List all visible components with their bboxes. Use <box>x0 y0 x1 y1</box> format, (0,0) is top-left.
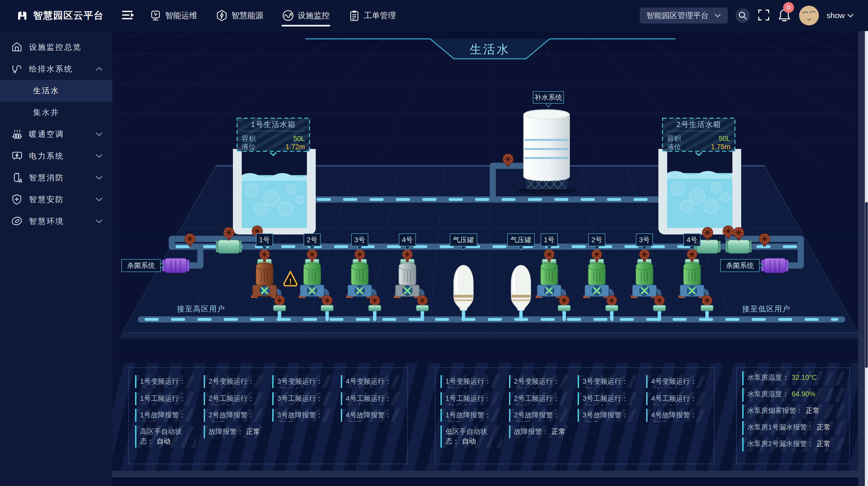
power-icon <box>11 150 23 162</box>
level-label: 液位 <box>242 143 256 151</box>
sidebar-item-1[interactable]: 设施监控总览 <box>0 36 112 58</box>
status-label: 3号故障报警： <box>277 411 323 419</box>
pump-high-1-tag-text: 1号 <box>259 236 270 244</box>
status-label: 3号故障报警： <box>583 411 628 419</box>
status-label: 2号工频运行： <box>209 395 254 402</box>
chevron-down-icon <box>95 197 103 202</box>
sidebar-item-label: 智慧环境 <box>29 216 64 227</box>
sidebar-item-label: 设施监控总览 <box>29 42 82 53</box>
status-value: 正常 <box>585 421 599 422</box>
sidebar-nav: 设施监控总览给排水系统生活水集水井暖通空调电力系统智慧消防智慧安防智慧环境 <box>0 31 112 486</box>
status-cell: 1号故障报警：正常 <box>440 409 502 422</box>
sterilizer-device[interactable] <box>162 258 189 273</box>
tank1-info-box[interactable]: 1号生活水箱容积50L液位1.72m <box>237 118 310 155</box>
tank2-info-box[interactable]: 2号生活水箱容积50L液位1.75m <box>662 118 735 155</box>
level-label: 液位 <box>667 143 681 151</box>
app-logo: 智慧园区云平台 <box>0 9 112 22</box>
status-label: 故障报警： <box>514 428 549 435</box>
status-value: 停止中 <box>143 404 163 405</box>
status-cell: 2号工频运行：运行中 <box>204 392 265 405</box>
search-button[interactable] <box>736 8 750 23</box>
status-cell: 1号故障报警：故障 <box>135 409 196 422</box>
nav-tab-3[interactable]: 设施监控 <box>273 0 339 31</box>
water-tank-2[interactable] <box>658 149 741 234</box>
status-value: 停止中 <box>280 404 301 405</box>
volume-value: 50L <box>293 135 305 142</box>
sidebar-item-7[interactable]: 智慧环境 <box>0 210 112 232</box>
pump-high-3-tag-text: 3号 <box>354 236 365 244</box>
status-value: 正常 <box>448 421 462 422</box>
status-label: 2号故障报警： <box>514 411 560 419</box>
status-cell: 3号故障报警：正常 <box>578 409 639 422</box>
status-cell: 3号工频运行：停止中 <box>272 392 334 405</box>
status-value: 正常 <box>246 428 260 435</box>
chevron-down-icon <box>95 153 103 158</box>
scrollbar-thumb[interactable] <box>865 202 868 368</box>
pump-low-1-tag-text: 1号 <box>544 236 555 244</box>
sterilizer-tag-right-text: 杀菌系统 <box>726 262 754 269</box>
status-label: 3号工频运行： <box>277 395 323 402</box>
sidebar-subitem-生活水[interactable]: 生活水 <box>0 80 112 102</box>
volume-label: 容积 <box>242 135 256 142</box>
workspace-selector[interactable]: 智能园区管理平台 <box>640 7 728 24</box>
status-label: 3号工频运行： <box>583 395 628 402</box>
user-avatar[interactable] <box>799 6 819 25</box>
top-navbar: 智慧园区云平台 智能运维智慧能源设施监控工单管理 智能园区管理平台 <box>0 0 868 31</box>
status-value: 正常 <box>806 407 819 414</box>
tank2-name: 2号生活水箱 <box>676 120 721 128</box>
to-high-zone-label: 接至高区用户 <box>177 305 225 313</box>
energy-icon <box>216 9 228 22</box>
sidebar-item-label: 智慧安防 <box>29 194 64 205</box>
nav-tab-1[interactable]: 智能运维 <box>140 0 207 31</box>
sterilizer-tag-right[interactable]: 杀菌系统 <box>720 259 763 272</box>
svg-text:!: ! <box>289 277 292 285</box>
status-label: 2号变频运行： <box>209 377 254 385</box>
status-value: 64.90% <box>792 390 815 398</box>
status-value: 运行中 <box>654 387 675 388</box>
sidebar-subitem-label: 集水井 <box>33 107 60 118</box>
chevron-up-icon <box>95 66 103 71</box>
nav-tab-2[interactable]: 智慧能源 <box>207 0 273 31</box>
chevron-down-icon <box>95 132 103 137</box>
fullscreen-button[interactable] <box>758 9 770 22</box>
sidebar-item-6[interactable]: 智慧安防 <box>0 189 112 210</box>
supply-system-tag[interactable]: 补水系统 <box>533 91 564 107</box>
status-value: 正常 <box>280 421 294 422</box>
inner-vertical-scrollbar[interactable] <box>858 31 865 486</box>
nav-tab-label: 智能运维 <box>165 10 197 21</box>
sidebar-collapse-icon[interactable] <box>122 9 135 22</box>
status-cell: 2号变频运行：运行中 <box>509 375 570 388</box>
status-group-pump-room: 水泵房温度：32.10°C水泵房湿度：64.90%水泵房烟雾报警：正常水泵房1号… <box>736 367 849 464</box>
status-value: 正常 <box>211 421 225 422</box>
page-vertical-scrollbar[interactable] <box>865 31 868 486</box>
notifications-button[interactable]: 0 <box>777 8 792 23</box>
sterilizer-device[interactable] <box>762 258 788 273</box>
nav-tab-label: 智慧能源 <box>231 10 264 21</box>
status-panel-band: 1号变频运行：停止中2号变频运行：停止中3号变频运行：运行中4号变频运行：停止中… <box>112 363 868 471</box>
status-cell: 2号故障报警：正常 <box>509 409 570 422</box>
status-label: 3号变频运行： <box>583 377 628 385</box>
nav-tab-4[interactable]: 工单管理 <box>339 0 405 31</box>
water-tank-1[interactable] <box>233 149 316 234</box>
status-value: 停止中 <box>348 404 369 405</box>
sidebar-item-5[interactable]: 智慧消防 <box>0 167 112 189</box>
user-menu[interactable]: show <box>827 11 854 20</box>
sidebar-subitem-集水井[interactable]: 集水井 <box>0 102 112 123</box>
horizontal-scrollbar[interactable] <box>112 471 858 478</box>
sidebar-item-2[interactable]: 给排水系统 <box>0 58 112 80</box>
pump-high-4-tag-text: 4号 <box>402 236 413 244</box>
sidebar-item-4[interactable]: 电力系统 <box>0 145 112 167</box>
status-cell: 1号变频运行：停止中 <box>135 375 196 388</box>
status-value: 正常 <box>552 428 565 435</box>
sidebar-item-label: 暖通空调 <box>29 129 64 140</box>
sidebar-item-3[interactable]: 暖通空调 <box>0 123 112 145</box>
volume-label: 容积 <box>667 135 681 142</box>
sterilizer-tag-left[interactable]: 杀菌系统 <box>122 259 164 272</box>
volume-value: 50L <box>719 135 730 142</box>
search-icon <box>738 11 747 20</box>
status-label: 1号变频运行： <box>445 377 491 385</box>
footer-strip <box>112 478 858 486</box>
work-order-icon <box>348 9 360 22</box>
status-cell: 3号工频运行：运行中 <box>578 392 639 405</box>
pump-high-2-tag-text: 2号 <box>307 236 317 244</box>
